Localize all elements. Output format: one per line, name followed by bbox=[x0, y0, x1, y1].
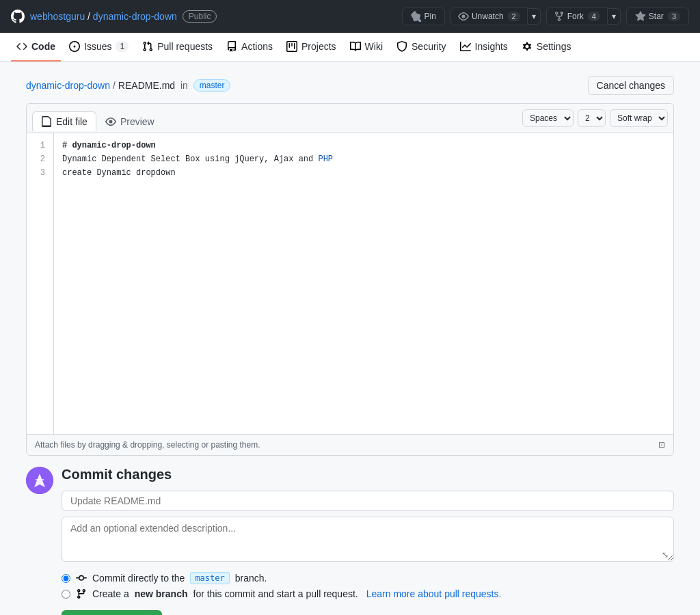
tab-issues[interactable]: Issues 1 bbox=[64, 33, 134, 62]
php-keyword: PHP bbox=[318, 154, 333, 164]
top-bar-left: webhostguru / dynamic-drop-down Public bbox=[11, 10, 217, 23]
radio-direct-branch[interactable]: Commit directly to the master branch. bbox=[62, 572, 674, 584]
unwatch-label: Unwatch bbox=[472, 12, 504, 21]
breadcrumb-repo-link[interactable]: dynamic-drop-down bbox=[26, 80, 110, 91]
repo-title: webhostguru / dynamic-drop-down bbox=[30, 11, 177, 22]
code-line-2: Dynamic Dependent Select Box using jQuer… bbox=[62, 152, 665, 166]
tab-insights[interactable]: Insights bbox=[455, 33, 513, 62]
radio-direct-input[interactable] bbox=[62, 574, 70, 583]
projects-icon bbox=[286, 41, 297, 52]
textarea-expand-icon[interactable]: ⤡ bbox=[662, 550, 669, 560]
cancel-changes-button[interactable]: Cancel changes bbox=[588, 76, 674, 95]
tab-code[interactable]: Code bbox=[11, 33, 61, 62]
breadcrumb-in: in bbox=[178, 80, 191, 91]
unwatch-button[interactable]: Unwatch 2 bbox=[450, 8, 528, 25]
pin-button[interactable]: Pin bbox=[402, 8, 445, 25]
wiki-icon bbox=[350, 41, 361, 52]
tab-actions[interactable]: Actions bbox=[221, 33, 278, 62]
radio-new-text: Create a bbox=[92, 588, 129, 599]
cancel-commit-button[interactable]: Cancel bbox=[167, 611, 214, 615]
pin-icon bbox=[411, 11, 422, 22]
heading-text: # dynamic-drop-down bbox=[62, 141, 156, 150]
tab-projects[interactable]: Projects bbox=[281, 33, 342, 62]
avatar bbox=[26, 467, 53, 494]
breadcrumb: dynamic-drop-down / README.md in master bbox=[26, 79, 230, 92]
github-icon bbox=[11, 10, 25, 23]
commit-actions: Commit changes Cancel bbox=[62, 610, 674, 615]
tab-pull-requests[interactable]: Pull requests bbox=[137, 33, 218, 62]
tab-wiki[interactable]: Wiki bbox=[345, 33, 388, 62]
preview-tab[interactable]: Preview bbox=[96, 111, 163, 131]
edit-file-tab[interactable]: Edit file bbox=[32, 111, 96, 131]
wrap-select[interactable]: Soft wrapNo wrap bbox=[610, 109, 668, 127]
top-bar: webhostguru / dynamic-drop-down Public P… bbox=[0, 0, 700, 33]
commit-changes-button[interactable]: Commit changes bbox=[62, 610, 162, 615]
fork-label: Fork bbox=[567, 12, 584, 21]
commit-section: Commit changes ⤡ Commit directly to the … bbox=[26, 467, 674, 615]
tab-code-label: Code bbox=[31, 41, 55, 52]
star-icon bbox=[635, 11, 646, 22]
svg-rect-1 bbox=[36, 479, 44, 480]
editor-toolbar-right: Spaces 24 Soft wrapNo wrap bbox=[522, 109, 668, 133]
page-content: dynamic-drop-down / README.md in master … bbox=[15, 62, 685, 615]
commit-section-title: Commit changes bbox=[62, 467, 674, 482]
expand-icon[interactable]: ⊡ bbox=[658, 440, 665, 450]
star-count: 3 bbox=[668, 12, 680, 21]
unwatch-dropdown-button[interactable]: ▾ bbox=[528, 8, 541, 25]
learn-more-link[interactable]: Learn more about pull requests. bbox=[366, 588, 502, 599]
avatar-inner bbox=[26, 467, 53, 494]
radio-new-bold: new branch bbox=[135, 588, 188, 599]
repo-owner-link[interactable]: webhostguru bbox=[30, 11, 85, 22]
tab-actions-label: Actions bbox=[241, 41, 273, 52]
radio-new-input[interactable] bbox=[62, 590, 70, 599]
pin-label: Pin bbox=[425, 12, 436, 21]
top-bar-right: Pin Unwatch 2 ▾ Fork 4 ▾ Star 3 bbox=[402, 8, 689, 25]
unwatch-button-group: Unwatch 2 ▾ bbox=[450, 8, 541, 25]
radio-new-suffix: for this commit and start a pull request… bbox=[193, 588, 358, 599]
star-button[interactable]: Star 3 bbox=[626, 8, 689, 25]
code-editor-area[interactable]: 1 2 3 # dynamic-drop-down Dynamic Depend… bbox=[27, 133, 673, 434]
star-label: Star bbox=[649, 12, 664, 21]
avatar-svg bbox=[26, 467, 53, 494]
commit-description-textarea[interactable] bbox=[62, 517, 674, 562]
tab-settings-label: Settings bbox=[537, 41, 571, 52]
fork-count: 4 bbox=[588, 12, 600, 21]
fork-button[interactable]: Fork 4 bbox=[546, 8, 608, 25]
fork-button-group: Fork 4 ▾ bbox=[546, 8, 621, 25]
radio-direct-text: Commit directly to the bbox=[92, 573, 185, 584]
fork-icon bbox=[554, 11, 565, 22]
edit-file-label: Edit file bbox=[56, 116, 88, 127]
spaces-select[interactable]: Spaces bbox=[522, 109, 574, 127]
nav-tabs: Code Issues 1 Pull requests Actions Proj… bbox=[0, 33, 700, 62]
pr-icon bbox=[142, 41, 153, 52]
issues-badge: 1 bbox=[116, 41, 129, 52]
file-attach-bar: Attach files by dragging & dropping, sel… bbox=[27, 434, 673, 455]
editor-tabs: Edit file Preview Spaces 24 Soft wrapNo … bbox=[27, 104, 673, 133]
tab-settings[interactable]: Settings bbox=[516, 33, 577, 62]
commit-form: Commit changes ⤡ Commit directly to the … bbox=[62, 467, 674, 615]
radio-new-branch[interactable]: Create a new branch for this commit and … bbox=[62, 588, 674, 599]
eye-icon bbox=[458, 11, 469, 22]
tab-wiki-label: Wiki bbox=[365, 41, 383, 52]
tab-security[interactable]: Security bbox=[391, 33, 452, 62]
security-icon bbox=[396, 41, 407, 52]
repo-name-link[interactable]: dynamic-drop-down bbox=[93, 11, 177, 22]
tab-security-label: Security bbox=[412, 41, 446, 52]
preview-label: Preview bbox=[120, 116, 154, 127]
tab-issues-label: Issues bbox=[84, 41, 111, 52]
code-line-3: create Dynamic dropdown bbox=[62, 166, 665, 180]
insights-icon bbox=[460, 41, 471, 52]
branch-badge: master bbox=[193, 79, 231, 92]
tab-insights-label: Insights bbox=[475, 41, 508, 52]
edit-file-icon bbox=[41, 116, 52, 127]
fork-dropdown-button[interactable]: ▾ bbox=[608, 8, 621, 25]
line-numbers: 1 2 3 bbox=[27, 133, 54, 434]
indent-select[interactable]: 24 bbox=[578, 109, 606, 127]
direct-branch-name: master bbox=[190, 572, 229, 584]
visibility-badge: Public bbox=[183, 10, 217, 23]
commit-icon bbox=[76, 573, 87, 584]
actions-icon bbox=[226, 41, 237, 52]
settings-icon bbox=[522, 41, 533, 52]
commit-summary-input[interactable] bbox=[62, 491, 674, 511]
code-content[interactable]: # dynamic-drop-down Dynamic Dependent Se… bbox=[54, 133, 673, 434]
